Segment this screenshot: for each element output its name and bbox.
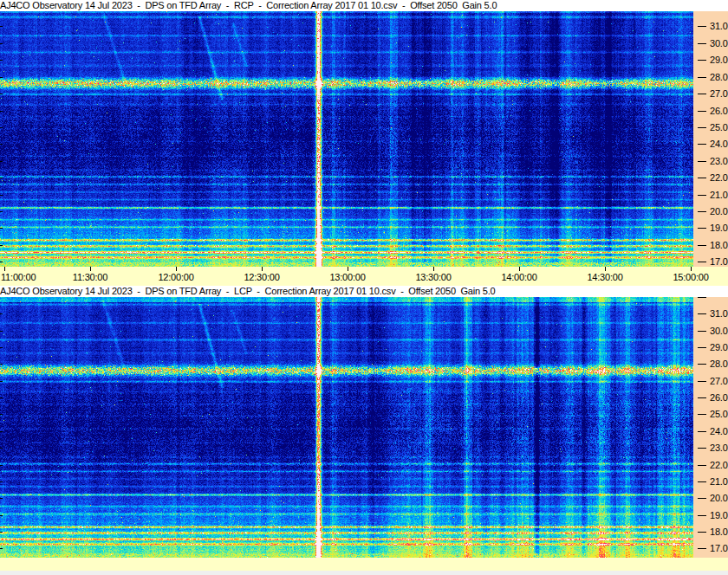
plot-area-lcp: 31.030.029.028.027.026.025.024.023.022.0… xyxy=(0,297,728,558)
freq-tick-label: 26.0 xyxy=(710,392,728,403)
freq-tick xyxy=(698,448,706,449)
freq-tick-label: 21.0 xyxy=(710,190,728,200)
freq-tick-label: 23.0 xyxy=(710,156,728,166)
freq-tick xyxy=(698,498,706,499)
time-tick-label: 13:00:00 xyxy=(329,272,365,282)
freq-tick-label: 20.0 xyxy=(710,206,728,216)
freq-tick-label: 19.0 xyxy=(710,510,728,520)
freq-tick-label: 24.0 xyxy=(710,139,728,149)
time-tick xyxy=(176,267,177,271)
freq-tick-label: 22.0 xyxy=(710,460,728,470)
freq-tick-label: 18.0 xyxy=(710,527,728,537)
time-tick xyxy=(90,267,91,271)
freq-tick-label: 19.0 xyxy=(710,223,728,233)
freq-tick xyxy=(698,211,706,212)
freq-tick xyxy=(698,313,706,314)
time-tick-label: 15:00:00 xyxy=(673,272,708,282)
time-tick-label: 12:30:00 xyxy=(244,272,279,282)
spectrogram-panel-rcp: AJ4CO Observatory 14 Jul 2023 - DPS on T… xyxy=(0,0,728,286)
freq-tick xyxy=(698,331,706,332)
freq-tick xyxy=(698,178,706,178)
freq-tick xyxy=(698,43,706,44)
spectrograph-window: AJ4CO Observatory 14 Jul 2023 - DPS on T… xyxy=(0,0,728,575)
freq-tick xyxy=(698,60,706,61)
panel-title-lcp: AJ4CO Observatory 14 Jul 2023 - DPS on T… xyxy=(0,286,728,297)
freq-tick-label: 25.0 xyxy=(710,409,728,419)
freq-tick-label: 31.0 xyxy=(710,21,728,31)
freq-tick xyxy=(698,228,706,229)
freq-tick xyxy=(698,364,706,365)
freq-tick xyxy=(698,414,706,415)
freq-tick xyxy=(698,127,706,128)
freq-tick-label: 17.0 xyxy=(710,256,728,267)
freq-tick-label: 31.0 xyxy=(710,308,728,319)
freq-tick xyxy=(698,431,706,432)
freq-tick xyxy=(698,26,706,27)
freq-tick xyxy=(698,111,706,112)
freq-tick-label: 29.0 xyxy=(710,342,728,352)
freq-tick xyxy=(698,548,706,549)
freq-tick xyxy=(698,381,706,382)
time-tick xyxy=(262,267,263,271)
freq-tick-label: 26.0 xyxy=(710,106,728,116)
freq-tick xyxy=(698,245,706,246)
time-tick xyxy=(4,267,5,271)
freq-tick xyxy=(698,262,706,262)
freq-tick xyxy=(698,94,706,94)
freq-tick-label: 20.0 xyxy=(710,493,728,503)
time-tick xyxy=(519,267,520,271)
time-axis-lcp-cut-off xyxy=(0,558,728,571)
freq-tick xyxy=(698,532,706,533)
freq-tick-label: 18.0 xyxy=(710,240,728,250)
freq-tick xyxy=(698,347,706,348)
panel-title-rcp: AJ4CO Observatory 14 Jul 2023 - DPS on T… xyxy=(0,0,728,11)
time-tick-label: 14:00:00 xyxy=(501,272,536,282)
freq-tick-label: 30.0 xyxy=(710,38,728,48)
freq-tick-label: 30.0 xyxy=(710,326,728,336)
freq-tick-label: 25.0 xyxy=(710,122,728,132)
spectrogram-panel-lcp: AJ4CO Observatory 14 Jul 2023 - DPS on T… xyxy=(0,286,728,571)
time-tick xyxy=(348,267,348,271)
time-tick-label: 11:00:00 xyxy=(1,272,36,282)
freq-axis-rcp: 31.030.029.028.027.026.025.024.023.022.0… xyxy=(693,11,728,267)
freq-tick-label: 28.0 xyxy=(710,72,728,82)
time-tick-label: 12:00:00 xyxy=(158,272,193,282)
freq-tick-label: 22.0 xyxy=(710,172,728,183)
freq-tick-label: 28.0 xyxy=(710,359,728,369)
spectrogram-canvas-lcp[interactable] xyxy=(0,297,693,558)
freq-tick xyxy=(698,465,706,466)
freq-tick xyxy=(698,481,706,482)
freq-tick xyxy=(698,161,706,162)
freq-tick xyxy=(698,144,706,145)
freq-tick-label: 23.0 xyxy=(710,443,728,453)
time-tick-label: 13:30:00 xyxy=(415,272,451,282)
time-tick-label: 11:30:00 xyxy=(73,272,107,282)
freq-tick xyxy=(698,297,706,298)
freq-axis-lcp: 31.030.029.028.027.026.025.024.023.022.0… xyxy=(693,297,728,558)
freq-tick-label: 21.0 xyxy=(710,476,728,487)
time-axis-rcp: 11:00:0011:30:0012:00:0012:30:0013:00:00… xyxy=(0,267,728,286)
spectrogram-canvas-rcp[interactable] xyxy=(0,11,693,267)
freq-tick-label: 27.0 xyxy=(710,88,728,99)
freq-tick xyxy=(698,77,706,78)
plot-area-rcp: 31.030.029.028.027.026.025.024.023.022.0… xyxy=(0,11,728,267)
freq-tick-label: 24.0 xyxy=(710,426,728,436)
freq-tick-label: 27.0 xyxy=(710,376,728,386)
freq-tick xyxy=(698,397,706,398)
window-footer xyxy=(0,571,728,575)
freq-tick-label: 29.0 xyxy=(710,55,728,65)
time-tick xyxy=(691,267,692,271)
freq-tick-label: 17.0 xyxy=(710,543,728,553)
time-tick-label: 14:30:00 xyxy=(587,272,622,282)
freq-tick xyxy=(698,515,706,516)
time-tick xyxy=(605,267,606,271)
freq-tick xyxy=(698,195,706,196)
time-tick xyxy=(433,267,434,271)
